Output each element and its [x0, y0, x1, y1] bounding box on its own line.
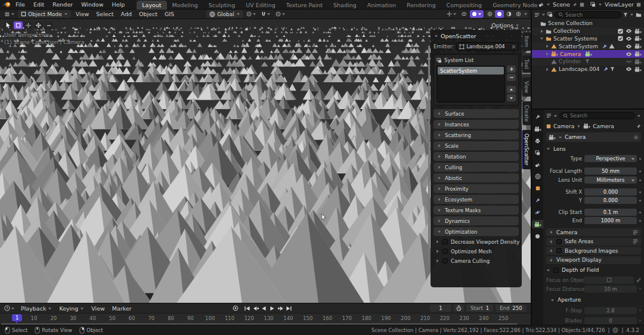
- scene-selector[interactable]: Scene: [553, 1, 570, 8]
- camera-icon[interactable]: [634, 29, 642, 34]
- outliner-row-scattersystem[interactable]: ScatterSystem: [532, 42, 644, 50]
- tab-world[interactable]: [532, 172, 543, 181]
- openscatter-section-ecosystem[interactable]: Ecosystem: [434, 195, 519, 204]
- chevron-down-icon[interactable]: [546, 2, 550, 7]
- openscatter-section-scattering[interactable]: Scattering: [434, 131, 519, 139]
- preview-range-button[interactable]: [454, 305, 464, 312]
- show-overlays-toggle[interactable]: [460, 10, 469, 18]
- openscatter-section-surface[interactable]: Surface: [434, 109, 519, 118]
- play-button[interactable]: [268, 305, 276, 312]
- properties-editor-icon[interactable]: [546, 113, 552, 118]
- 3d-viewport[interactable]: User Perspective (1) Scene Collection | …: [0, 19, 531, 303]
- outliner-row-cylinder[interactable]: Cylinder: [532, 58, 644, 66]
- viewport-menu-view[interactable]: View: [72, 11, 93, 17]
- blades-field[interactable]: 0: [584, 317, 637, 324]
- tab-modifiers[interactable]: [532, 196, 543, 204]
- sidebar-tab-create[interactable]: Create: [522, 101, 531, 125]
- camera-icon[interactable]: [634, 67, 642, 72]
- openscatter-section-scale[interactable]: Scale: [434, 141, 519, 150]
- tab-render[interactable]: [532, 125, 543, 133]
- cursor-tool-button[interactable]: [24, 21, 33, 29]
- openscatter-option-decrease-viewport-density[interactable]: Decrease Viewport Density: [435, 238, 519, 246]
- filter-icon[interactable]: [623, 13, 628, 17]
- timeline-ruler[interactable]: 1020304050607080901001101201301401501601…: [0, 313, 531, 325]
- openscatter-option-camera-culling[interactable]: Camera Culling: [435, 257, 519, 265]
- chevron-down-icon[interactable]: [630, 13, 634, 17]
- select-tool-button[interactable]: [4, 21, 13, 29]
- new-scene-icon[interactable]: [580, 2, 584, 7]
- panel-scrollbar[interactable]: [428, 45, 430, 266]
- jump-to-start-button[interactable]: [243, 305, 251, 312]
- pin-icon[interactable]: [572, 2, 577, 7]
- sidebar-tab-tool[interactable]: Tool: [522, 55, 531, 73]
- camera-icon[interactable]: [634, 51, 642, 57]
- viewport-menu-select[interactable]: Select: [92, 11, 117, 17]
- proportional-editing-toggle[interactable]: [274, 10, 287, 18]
- tab-physics[interactable]: [532, 208, 543, 216]
- workspace-tab-compositing[interactable]: Compositing: [441, 1, 488, 10]
- workspace-tab-shading[interactable]: Shading: [328, 1, 362, 10]
- field-end[interactable]: 1000 m: [584, 217, 637, 224]
- tab-view-layer[interactable]: [532, 148, 543, 157]
- outliner-row-scene-collection[interactable]: Scene Collection: [532, 20, 644, 27]
- gear-icon[interactable]: [633, 135, 639, 140]
- viewlayer-selector[interactable]: ViewLayer: [605, 1, 634, 8]
- tab-tool[interactable]: [532, 113, 543, 121]
- checkbox-safe-areas[interactable]: [556, 239, 562, 244]
- checkbox-background-images[interactable]: [556, 248, 562, 253]
- outliner-search[interactable]: [555, 11, 621, 18]
- checkbox-decrease-viewport-density[interactable]: [442, 239, 448, 244]
- decorator-dot[interactable]: [639, 191, 641, 193]
- system-list[interactable]: ScatterSystem: [436, 66, 505, 103]
- fstop-field[interactable]: 2.8: [584, 307, 637, 314]
- eyedropper-icon[interactable]: [636, 278, 641, 283]
- chevron-down-icon[interactable]: [598, 2, 602, 7]
- outliner-row-landscape-004[interactable]: Landscape.004: [532, 66, 644, 73]
- decorator-dot[interactable]: [639, 158, 641, 160]
- workspace-tab-animation[interactable]: Animation: [362, 1, 401, 10]
- openscatter-section-dynamics[interactable]: Dynamics: [434, 216, 519, 225]
- prop-section-safe-areas[interactable]: Safe Areas: [546, 238, 641, 246]
- timeline-editor-type-dropdown[interactable]: [2, 305, 17, 312]
- viewport-menu-gis[interactable]: GIS: [161, 11, 178, 17]
- menu-edit[interactable]: Edit: [29, 1, 48, 8]
- menu-window[interactable]: Window: [77, 1, 107, 8]
- sidebar-tab-view[interactable]: View: [522, 77, 531, 97]
- chevron-down-icon[interactable]: [524, 12, 528, 16]
- current-frame-field[interactable]: 1: [430, 305, 451, 312]
- options-dropdown[interactable]: Options: [491, 22, 519, 29]
- tab-output[interactable]: [532, 137, 543, 145]
- menu-file[interactable]: File: [11, 1, 29, 8]
- prop-section-camera[interactable]: Camera: [546, 228, 641, 236]
- auto-keying-button[interactable]: [231, 305, 239, 312]
- workspace-tab-geometry-nodes[interactable]: Geometry Nodes: [487, 1, 538, 10]
- focus-distance-field[interactable]: 10 m: [584, 286, 637, 293]
- field-clip-start[interactable]: 0.1 m: [584, 209, 637, 216]
- prop-section-background-images[interactable]: Background Images: [546, 247, 641, 255]
- prop-section-viewport-display[interactable]: Viewport Display: [546, 256, 641, 264]
- measure-tool-button[interactable]: [44, 21, 53, 29]
- previous-keyframe-button[interactable]: [252, 305, 259, 312]
- decorator-dot[interactable]: [639, 200, 641, 201]
- field-type[interactable]: Perspective: [584, 155, 637, 162]
- frame-start-field[interactable]: Start 1: [466, 305, 493, 312]
- play-reverse-button[interactable]: [260, 305, 268, 312]
- eye-closed-icon[interactable]: [626, 59, 632, 64]
- pivot-point-dropdown[interactable]: [244, 10, 258, 18]
- tab-material[interactable]: [532, 232, 543, 240]
- menu-render[interactable]: Render: [48, 1, 77, 8]
- shading-wireframe-button[interactable]: [485, 10, 494, 18]
- workspace-tab-uv-editing[interactable]: UV Editing: [240, 1, 281, 10]
- tab-object-data[interactable]: [532, 220, 543, 228]
- move-up-button[interactable]: [507, 86, 516, 93]
- jump-to-end-button[interactable]: [285, 305, 293, 312]
- show-gizmos-dropdown[interactable]: [445, 10, 459, 18]
- eye-icon[interactable]: [626, 36, 632, 41]
- tab-scene[interactable]: [532, 160, 543, 169]
- move-tool-button[interactable]: [34, 21, 43, 29]
- decorator-dot[interactable]: [639, 170, 641, 172]
- pin-icon[interactable]: [636, 124, 641, 129]
- eye-icon[interactable]: [626, 44, 632, 49]
- lens-section-header[interactable]: Lens: [546, 145, 641, 153]
- snap-toggle[interactable]: [259, 10, 273, 18]
